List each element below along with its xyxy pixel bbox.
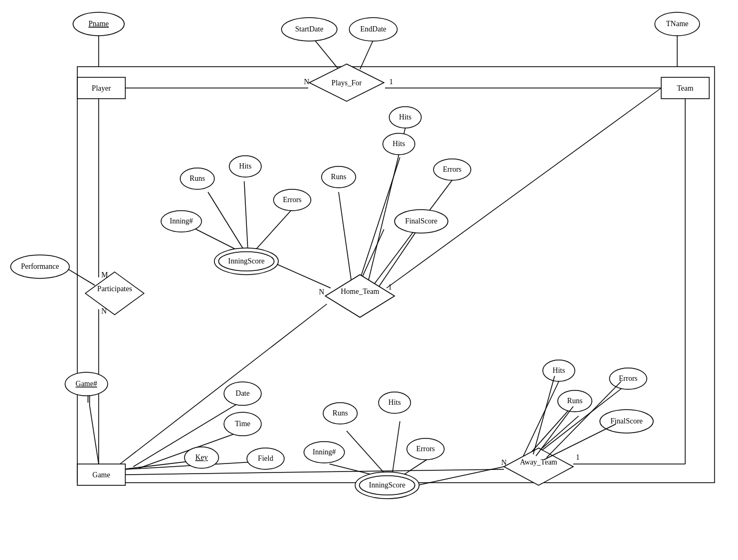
gamenum-game-line2 (90, 405, 99, 464)
hfs-runs-line (339, 192, 352, 285)
away-hits-top-label: Hits (552, 366, 565, 374)
game-awayteam-line (123, 469, 504, 475)
away-inningscore-label: InningScore (369, 481, 405, 489)
startdate-playsfor-line (315, 40, 339, 69)
pname-label: Pname (89, 20, 109, 28)
hometeam-team-diagonal (387, 88, 661, 288)
hfinalscore-ht-line (373, 224, 421, 295)
ains-hits-line (392, 421, 400, 476)
home-errors2-label: Errors (443, 165, 462, 173)
away-hits1-label: Hits (388, 398, 400, 406)
homeinning-hometeam-line (270, 261, 331, 288)
home-finalscore-label: FinalScore (405, 217, 438, 225)
away-errors1-label: Errors (416, 445, 435, 453)
away-errors2-label: Errors (619, 374, 638, 382)
home-hits-top-label: Hits (399, 113, 411, 121)
date-label: Date (236, 389, 250, 397)
afinalscore-at-line (544, 424, 616, 460)
home-inningscore-label: InningScore (228, 257, 264, 265)
home-hits1-label: Hits (239, 162, 251, 170)
aruns-at-line (536, 406, 573, 456)
playsfor-n-label: N (304, 78, 309, 86)
player-label: Player (92, 84, 111, 92)
game-label: Game (92, 471, 110, 479)
home-runs2-label: Runs (331, 173, 347, 181)
home-runs1-label: Runs (190, 174, 205, 182)
enddate-playsfor-line (360, 40, 373, 69)
away-runs1-label: Runs (333, 409, 348, 417)
hometeam-n-label: N (319, 288, 324, 296)
home-hits2-label: Hits (392, 140, 405, 148)
participates-diamond (85, 272, 144, 315)
time-label: Time (235, 420, 250, 428)
away-runs2-label: Runs (567, 397, 583, 405)
home-errors1-label: Errors (283, 196, 302, 204)
playsfor-1-label: 1 (389, 78, 393, 86)
playsfor-label: Plays_For (332, 79, 362, 87)
hometeam-diamond (325, 275, 395, 317)
enddate-label: EndDate (360, 25, 387, 33)
away-finalscore-label: FinalScore (611, 417, 643, 425)
awayteam-label: Away_Team (520, 458, 557, 466)
key-label: Key (195, 453, 207, 461)
hins-runs-line (208, 192, 245, 252)
performance-label: Performance (21, 262, 59, 270)
tname-label: TName (666, 20, 688, 28)
field-label: Field (258, 454, 274, 462)
hins-inning-line (191, 227, 242, 252)
hins-hits-line (244, 181, 248, 252)
hometeam-label: Home_Team (341, 287, 379, 295)
at-hitst-line (523, 381, 559, 458)
gamenum-label: Game# (76, 380, 97, 388)
hins-errors-line (253, 208, 293, 252)
team-label: Team (677, 84, 694, 92)
hometeam-1-label: 1 (388, 283, 392, 291)
away-inning-label: Inning# (312, 448, 336, 456)
awayteam-diamond (504, 448, 573, 485)
awayteam-1-label: 1 (576, 453, 580, 461)
diagram-svg: text { font-family: 'Times New Roman', s… (0, 0, 738, 560)
startdate-label: StartDate (295, 25, 324, 33)
er-diagram: text { font-family: 'Times New Roman', s… (0, 0, 738, 560)
participates-label: Participates (97, 285, 132, 293)
home-inning-label: Inning# (170, 217, 193, 225)
game-hometeam-line (120, 304, 327, 464)
